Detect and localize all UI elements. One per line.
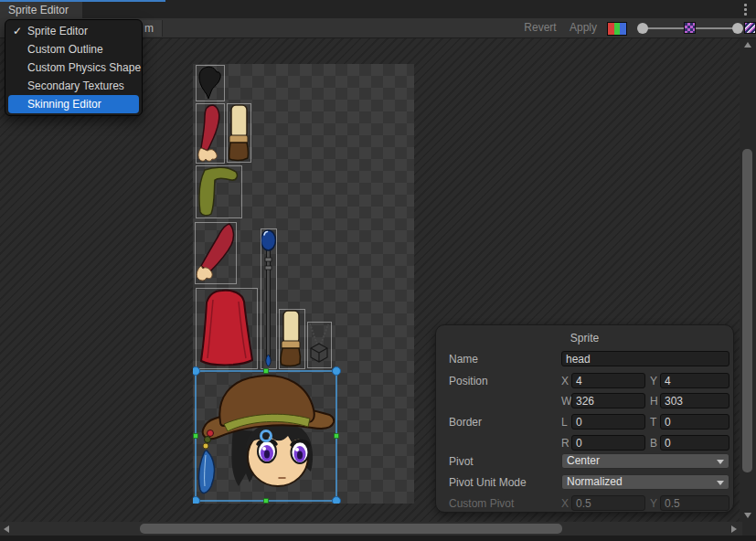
border-label: Border	[449, 416, 482, 429]
sprite-art-staff[interactable]	[261, 230, 276, 366]
border-b-input[interactable]	[660, 435, 729, 451]
custom-pivot-y-input	[660, 495, 729, 511]
menu-item-label: Sprite Editor	[27, 25, 88, 37]
mipmap-icon	[684, 22, 696, 34]
edge-handle[interactable]	[335, 434, 339, 439]
corner-handle[interactable]	[333, 367, 341, 376]
bottom-strip	[0, 536, 756, 541]
corner-handle[interactable]	[333, 497, 341, 504]
edge-handle[interactable]	[264, 499, 269, 504]
menu-item-sprite-editor[interactable]: ✓ Sprite Editor	[5, 22, 142, 40]
menu-item-custom-physics-shape[interactable]: Custom Physics Shape	[5, 58, 142, 77]
position-y-input[interactable]	[660, 373, 729, 388]
menu-item-label: Custom Outline	[27, 43, 103, 56]
vertical-scrollbar[interactable]	[740, 38, 756, 522]
width-input[interactable]	[571, 393, 645, 408]
mipmap-slider-handle[interactable]	[732, 23, 743, 34]
scroll-down-icon[interactable]	[744, 513, 751, 518]
sprite-editor-mode-menu: ✓ Sprite Editor Custom Outline Custom Ph…	[5, 19, 143, 116]
color-channel-swatch-icon[interactable]	[607, 22, 627, 36]
custom-pivot-y-label: Y	[650, 497, 657, 510]
custom-pivot-label: Custom Pivot	[449, 497, 514, 510]
pivot-unit-mode-dropdown[interactable]: Normalized	[561, 474, 729, 490]
border-t-input[interactable]	[660, 414, 729, 430]
b-label: B	[650, 437, 657, 450]
r-label: R	[561, 437, 570, 450]
sprite-art-cloak[interactable]	[201, 291, 252, 366]
checkmark-icon: ✓	[13, 22, 22, 40]
sprite-art-boot-left[interactable]	[281, 311, 301, 366]
scroll-left-icon[interactable]	[4, 525, 9, 533]
custom-pivot-x-input	[571, 495, 645, 511]
corner-handle[interactable]	[193, 367, 200, 376]
pivot-unit-mode-value: Normalized	[567, 475, 623, 488]
tab-sprite-editor[interactable]: Sprite Editor	[0, 2, 82, 18]
name-input[interactable]	[561, 351, 729, 366]
scrollbar-corner	[742, 522, 756, 536]
sprite-sheet	[193, 64, 414, 504]
position-label: Position	[449, 375, 488, 387]
trim-button-partial[interactable]: m	[142, 20, 163, 37]
revert-button[interactable]: Revert	[518, 18, 562, 37]
border-r-input[interactable]	[571, 435, 645, 451]
y-label: Y	[650, 375, 657, 387]
custom-pivot-x-label: X	[561, 497, 569, 510]
horizontal-scrollbar-thumb[interactable]	[140, 524, 562, 534]
sprite-art-arm-sleeve-lower[interactable]	[197, 224, 233, 281]
name-label: Name	[449, 353, 478, 366]
sprite-art-pendant[interactable]	[310, 324, 328, 362]
pivot-label: Pivot	[449, 455, 474, 468]
sprite-art-head[interactable]	[199, 376, 335, 493]
edge-handle[interactable]	[264, 369, 269, 374]
height-input[interactable]	[660, 393, 729, 408]
sprite-art-hair-tuft[interactable]	[199, 67, 220, 99]
w-label: W	[561, 395, 571, 408]
sprite-art-boot-right[interactable]	[229, 105, 249, 160]
mipmap-max-icon	[744, 22, 756, 34]
l-label: L	[561, 416, 568, 429]
tab-bar: Sprite Editor	[0, 0, 756, 18]
sprite-art-scarf[interactable]	[199, 167, 237, 216]
pivot-unit-mode-label: Pivot Unit Mode	[449, 476, 527, 489]
border-l-input[interactable]	[571, 414, 645, 430]
sprite-art-arm-sleeve-hand[interactable]	[198, 105, 219, 161]
menu-item-label: Custom Physics Shape	[27, 61, 141, 74]
sprite-editor-window: Sprite Editor m Revert Apply	[0, 0, 756, 541]
kebab-menu-icon[interactable]	[740, 3, 751, 16]
position-x-input[interactable]	[571, 373, 645, 388]
scroll-right-icon[interactable]	[731, 525, 737, 533]
h-label: H	[650, 395, 658, 408]
apply-button[interactable]: Apply	[564, 18, 602, 37]
menu-item-label: Secondary Textures	[27, 80, 124, 92]
edge-handle[interactable]	[194, 434, 198, 439]
chevron-down-icon	[717, 481, 724, 485]
pivot-dropdown[interactable]: Center	[561, 453, 729, 469]
vertical-scrollbar-thumb[interactable]	[742, 149, 752, 472]
pivot-value: Center	[567, 454, 600, 467]
sprite-inspector-panel: Sprite Name Position X Y W H Border L T …	[435, 324, 734, 513]
menu-item-label: Skinning Editor	[27, 98, 101, 111]
zoom-slider-handle[interactable]	[637, 23, 648, 34]
scroll-up-icon[interactable]	[744, 42, 751, 48]
texture-area[interactable]	[193, 64, 414, 504]
menu-item-custom-outline[interactable]: Custom Outline	[5, 40, 142, 58]
panel-title: Sprite	[436, 332, 733, 345]
menu-item-secondary-textures[interactable]: Secondary Textures	[5, 77, 142, 95]
horizontal-scrollbar[interactable]	[0, 522, 742, 536]
menu-item-skinning-editor[interactable]: Skinning Editor	[8, 95, 139, 113]
corner-handle[interactable]	[193, 497, 200, 504]
x-label: X	[561, 375, 569, 387]
t-label: T	[650, 416, 656, 429]
chevron-down-icon	[717, 460, 724, 464]
